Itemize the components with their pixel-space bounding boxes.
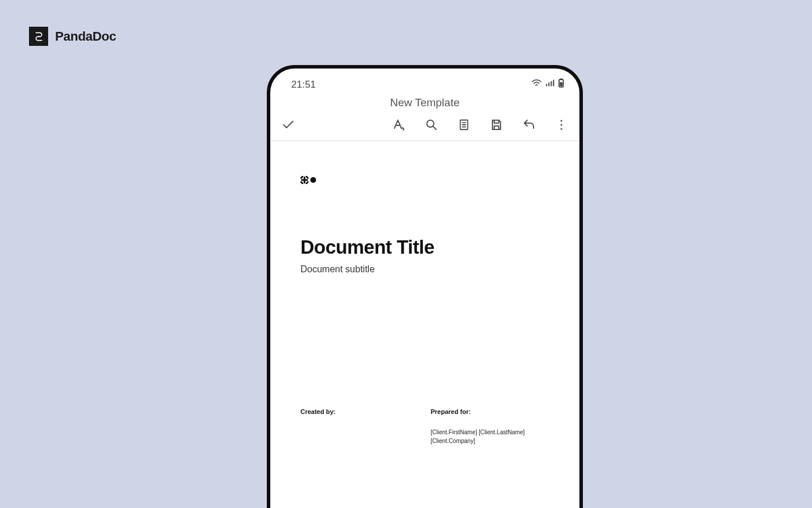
battery-icon <box>558 78 564 91</box>
svg-point-6 <box>560 124 562 125</box>
document-canvas[interactable]: Document Title Document subtitle Created… <box>270 141 579 445</box>
pandadoc-logo-icon <box>29 27 48 46</box>
prepared-for-name[interactable]: [Client.FirstName] [Client.LastName] <box>431 428 550 437</box>
svg-rect-2 <box>560 82 563 87</box>
status-bar: 21:51 <box>270 69 579 92</box>
brand-name: PandaDoc <box>55 29 116 44</box>
svg-point-3 <box>427 120 434 127</box>
page-view-button[interactable] <box>456 117 472 132</box>
document-subtitle[interactable]: Document subtitle <box>300 264 549 275</box>
document-title[interactable]: Document Title <box>300 236 549 258</box>
prepared-for-label: Prepared for: <box>431 408 550 415</box>
prepared-for-section: Prepared for: [Client.FirstName] [Client… <box>431 408 550 445</box>
created-by-label: Created by: <box>300 408 419 415</box>
status-indicators <box>531 78 564 91</box>
created-by-section: Created by: <box>300 408 419 445</box>
top-toolbar <box>270 117 579 141</box>
search-button[interactable] <box>424 117 439 132</box>
more-menu-button[interactable] <box>554 117 569 132</box>
svg-rect-1 <box>560 78 563 80</box>
brand-header: PandaDoc <box>29 27 116 46</box>
wifi-icon <box>531 78 542 90</box>
svg-point-5 <box>560 120 562 121</box>
undo-button[interactable] <box>521 117 536 132</box>
status-time: 21:51 <box>291 79 316 91</box>
prepared-for-company[interactable]: [Client.Company] <box>431 437 550 445</box>
text-style-button[interactable] <box>392 117 407 132</box>
confirm-button[interactable] <box>281 117 296 132</box>
svg-point-8 <box>310 177 316 183</box>
signal-icon <box>545 78 554 90</box>
save-button[interactable] <box>489 117 504 132</box>
phone-frame: 21:51 New Template <box>267 65 583 508</box>
svg-point-7 <box>560 128 562 129</box>
doc-shapes-icon <box>300 176 549 184</box>
app-title: New Template <box>270 92 579 117</box>
